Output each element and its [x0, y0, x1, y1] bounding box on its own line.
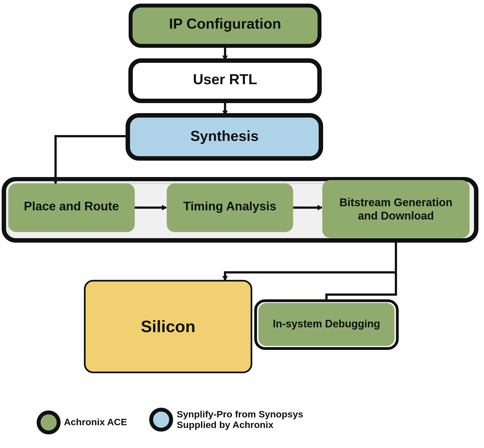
- svg-rect-10: [167, 183, 293, 232]
- svg-point-34: [39, 412, 59, 432]
- svg-marker-23: [318, 205, 323, 210]
- svg-rect-5: [131, 118, 318, 156]
- svg-rect-3: [133, 63, 317, 98]
- svg-text:IP Configuration: IP Configuration: [169, 16, 281, 32]
- svg-rect-0: [131, 6, 320, 46]
- svg-marker-16: [222, 56, 228, 61]
- svg-text:Achronix ACE: Achronix ACE: [64, 417, 127, 427]
- svg-text:and Download: and Download: [358, 210, 434, 222]
- svg-rect-11: [322, 180, 470, 238]
- connector-svg: IP Configuration User RTL Synthesis Plac…: [0, 0, 484, 448]
- svg-rect-13: [258, 303, 395, 346]
- svg-rect-2: [131, 61, 320, 101]
- svg-text:Synthesis: Synthesis: [190, 128, 259, 144]
- svg-marker-24: [222, 276, 228, 281]
- svg-text:Timing Analysis: Timing Analysis: [183, 199, 276, 213]
- svg-rect-8: [8, 183, 476, 240]
- svg-text:Bitstream Generation: Bitstream Generation: [340, 196, 453, 208]
- diagram-container: IP Configuration User RTL Synthesis Plac…: [0, 0, 484, 448]
- svg-marker-21: [162, 205, 167, 210]
- svg-marker-19: [53, 179, 58, 184]
- svg-marker-18: [222, 111, 228, 116]
- svg-text:In-system Debugging: In-system Debugging: [273, 318, 380, 330]
- svg-rect-9: [8, 183, 135, 232]
- svg-text:User RTL: User RTL: [193, 71, 257, 87]
- svg-rect-7: [6, 181, 474, 238]
- svg-text:Synplify-Pro from Synopsys: Synplify-Pro from Synopsys: [177, 409, 303, 419]
- svg-rect-4: [128, 115, 321, 158]
- svg-point-36: [151, 410, 171, 430]
- svg-rect-1: [133, 8, 317, 43]
- svg-rect-12: [85, 281, 251, 372]
- svg-text:Place and Route: Place and Route: [24, 199, 119, 213]
- svg-rect-6: [4, 179, 476, 240]
- svg-rect-14: [256, 301, 397, 349]
- svg-text:Silicon: Silicon: [141, 317, 196, 336]
- svg-text:Supplied by Achronix: Supplied by Achronix: [177, 419, 273, 430]
